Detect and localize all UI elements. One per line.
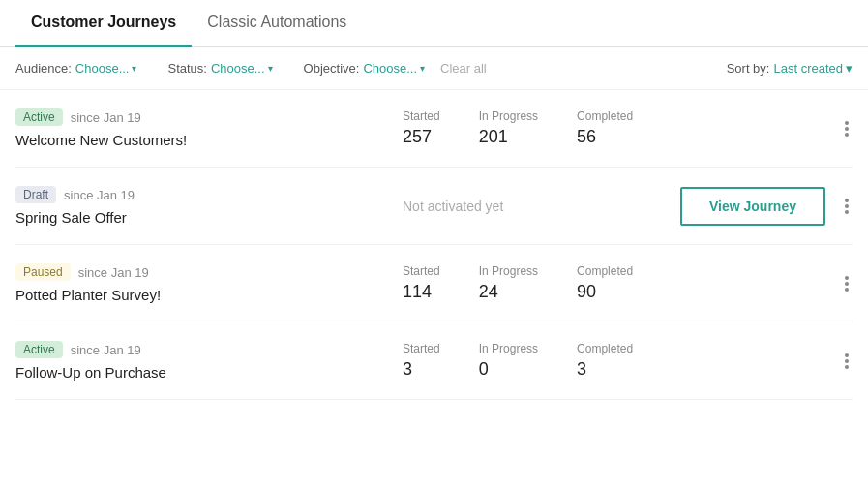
dot-icon: [845, 199, 849, 202]
stat-in-progress: In Progress 24: [479, 264, 538, 302]
more-options-button[interactable]: [841, 268, 853, 299]
journey-info: Draft since Jan 19 Spring Sale Offer: [15, 186, 383, 226]
stat-completed: Completed 3: [577, 342, 633, 380]
journey-stats: Started 114 In Progress 24 Completed 90: [383, 264, 841, 302]
dot-icon: [845, 204, 849, 208]
stat-started: Started 257: [403, 109, 440, 147]
journey-name[interactable]: Welcome New Customers!: [15, 132, 383, 148]
not-activated-text: Not activated yet: [383, 199, 680, 214]
audience-chevron-icon: ▾: [132, 63, 136, 74]
journey-name[interactable]: Spring Sale Offer: [15, 209, 383, 226]
tab-classic-automations[interactable]: Classic Automations: [192, 0, 362, 47]
dot-icon: [845, 210, 849, 214]
stat-completed: Completed 56: [577, 109, 633, 147]
app-container: Customer Journeys Classic Automations Au…: [0, 0, 868, 491]
stat-in-progress: In Progress 0: [479, 342, 538, 380]
journey-info: Active since Jan 19 Welcome New Customer…: [15, 108, 383, 148]
journey-meta: Active since Jan 19: [15, 108, 383, 126]
since-text: since Jan 19: [71, 110, 141, 125]
status-badge: Active: [15, 341, 63, 358]
journey-stats: Started 3 In Progress 0 Completed 3: [383, 342, 841, 380]
objective-chevron-icon: ▾: [420, 63, 425, 74]
status-filter: Status: Choose... ▾: [167, 61, 272, 76]
objective-select[interactable]: Choose... ▾: [363, 61, 425, 76]
since-text: since Jan 19: [64, 188, 135, 202]
dot-icon: [845, 133, 849, 137]
status-label: Status:: [167, 61, 206, 76]
sort-select[interactable]: Last created ▾: [773, 61, 853, 76]
table-row: Paused since Jan 19 Potted Planter Surve…: [15, 245, 853, 322]
dot-icon: [845, 365, 849, 369]
sort-chevron-icon: ▾: [846, 61, 853, 76]
more-options-button[interactable]: [841, 346, 853, 377]
journey-meta: Paused since Jan 19: [15, 263, 383, 281]
dot-icon: [845, 127, 849, 131]
journey-name[interactable]: Potted Planter Survey!: [15, 287, 383, 303]
journey-info: Paused since Jan 19 Potted Planter Surve…: [15, 263, 383, 303]
audience-filter: Audience: Choose... ▾: [15, 61, 136, 76]
status-chevron-icon: ▾: [268, 63, 273, 74]
journey-info: Active since Jan 19 Follow-Up on Purchas…: [15, 341, 383, 381]
view-journey-button[interactable]: View Journey: [680, 187, 825, 226]
since-text: since Jan 19: [71, 343, 141, 357]
dot-icon: [845, 282, 849, 286]
table-row: Draft since Jan 19 Spring Sale Offer Not…: [15, 168, 853, 245]
journey-name[interactable]: Follow-Up on Purchase: [15, 364, 383, 381]
since-text: since Jan 19: [78, 265, 149, 280]
more-options-button[interactable]: [841, 191, 853, 222]
tab-customer-journeys[interactable]: Customer Journeys: [15, 0, 192, 47]
objective-label: Objective:: [304, 61, 360, 76]
filters-bar: Audience: Choose... ▾ Status: Choose... …: [0, 47, 868, 90]
journey-meta: Active since Jan 19: [15, 341, 383, 358]
dot-icon: [845, 288, 849, 292]
audience-select[interactable]: Choose... ▾: [75, 61, 137, 76]
dot-icon: [845, 121, 849, 125]
table-row: Active since Jan 19 Welcome New Customer…: [15, 90, 853, 168]
dot-icon: [845, 359, 849, 363]
journey-list: Active since Jan 19 Welcome New Customer…: [0, 90, 868, 400]
journey-meta: Draft since Jan 19: [15, 186, 383, 203]
audience-label: Audience:: [15, 61, 72, 76]
stat-completed: Completed 90: [577, 264, 633, 302]
status-badge: Active: [15, 108, 63, 126]
table-row: Active since Jan 19 Follow-Up on Purchas…: [15, 322, 853, 400]
sort-label: Sort by:: [727, 61, 770, 76]
journey-stats: Started 257 In Progress 201 Completed 56: [383, 109, 841, 147]
dot-icon: [845, 353, 849, 357]
stat-started: Started 114: [403, 264, 440, 302]
objective-filter: Objective: Choose... ▾: [304, 61, 425, 76]
more-options-button[interactable]: [841, 113, 853, 144]
status-badge: Paused: [15, 263, 71, 281]
dot-icon: [845, 276, 849, 280]
tab-bar: Customer Journeys Classic Automations: [0, 0, 868, 47]
stat-started: Started 3: [403, 342, 440, 380]
sort-group: Sort by: Last created ▾: [727, 61, 853, 76]
clear-all-button[interactable]: Clear all: [440, 61, 487, 76]
stat-in-progress: In Progress 201: [479, 109, 538, 147]
status-select[interactable]: Choose... ▾: [211, 61, 273, 76]
status-badge: Draft: [15, 186, 56, 203]
